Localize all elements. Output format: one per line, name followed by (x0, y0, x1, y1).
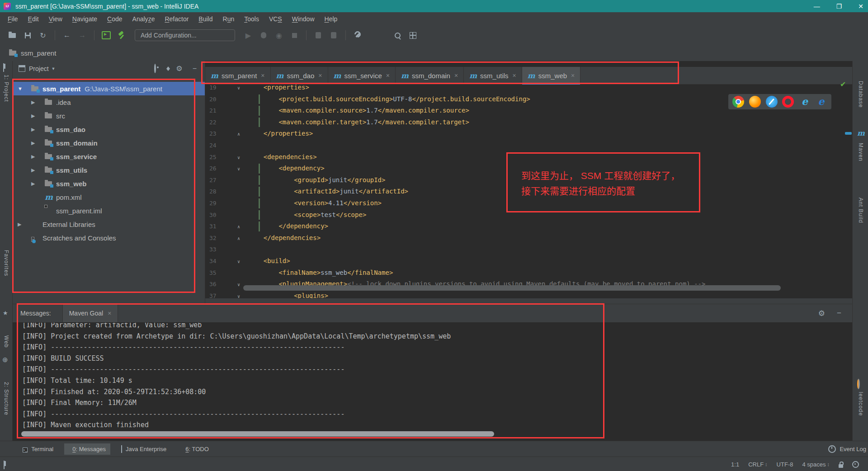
safari-icon[interactable] (766, 96, 778, 108)
sidebar-item-database[interactable]: Database (858, 81, 864, 108)
tree-item-ssm-parent-iml[interactable]: ssm_parent.iml (13, 204, 205, 217)
close-icon[interactable]: × (108, 310, 111, 317)
tree-item-ssm-parent[interactable]: ▼ssm_parentG:\Java-SSM\ssm_parent (13, 82, 205, 95)
run-tool-window-icon[interactable] (100, 29, 112, 41)
gear-icon[interactable]: ⚙ (176, 64, 182, 73)
gear-icon[interactable]: ⚙ (818, 309, 825, 318)
menu-navigate[interactable]: Navigate (67, 15, 102, 23)
tree-item-pom-xml[interactable]: mpom.xml (13, 190, 205, 204)
menu-help[interactable]: Help (320, 15, 343, 23)
close-icon[interactable]: × (318, 72, 322, 79)
hide-panel-icon[interactable]: − (837, 309, 841, 318)
close-icon[interactable]: × (386, 72, 390, 79)
coverage-icon[interactable]: ◉ (273, 29, 285, 41)
forward-icon[interactable]: → (76, 29, 88, 41)
event-log-button[interactable]: Event Log (828, 441, 866, 457)
inspections-ok-icon[interactable]: ✔ (840, 80, 846, 89)
menu-vcs[interactable]: VCS (264, 15, 287, 23)
debug-bug-icon[interactable] (258, 29, 269, 41)
tree-item-idea[interactable]: ▶.idea (13, 95, 205, 109)
fold-marker-icon[interactable]: ∨ (237, 256, 240, 268)
sidebar-item-favorites[interactable]: Favorites (3, 250, 9, 276)
fold-marker-icon[interactable]: ∨ (237, 152, 240, 164)
maximize-button[interactable]: ❐ (836, 3, 842, 10)
stop-icon[interactable] (288, 29, 300, 41)
menu-run[interactable]: Run (218, 15, 240, 23)
opera-icon[interactable] (782, 96, 794, 108)
toolwindow-button-6-todo[interactable]: 6: TODO (177, 443, 213, 455)
fold-marker-icon[interactable]: ∧ (237, 128, 240, 140)
attach-memory-icon[interactable] (312, 29, 324, 41)
status-widget-crlf[interactable]: CRLF↕ (748, 461, 767, 468)
settings-wrench-icon[interactable] (352, 29, 363, 41)
sidebar-item-project[interactable]: 1: Project (3, 75, 9, 102)
status-widget-4-spaces[interactable]: 4 spaces↕ (802, 461, 830, 468)
close-icon[interactable]: × (261, 72, 264, 79)
tree-item-ssm-utils[interactable]: ▶ssm_utils (13, 163, 205, 177)
menu-build[interactable]: Build (193, 15, 217, 23)
fold-marker-icon[interactable]: ∨ (237, 82, 240, 94)
menu-code[interactable]: Code (102, 15, 127, 23)
run-configuration-combo[interactable]: Add Configuration... (135, 29, 235, 41)
toolwindow-button-0-messages[interactable]: 0: Messages (64, 443, 110, 455)
locate-file-icon[interactable] (154, 65, 156, 73)
sidebar-item-leetcode[interactable]: leetcode (858, 392, 864, 416)
tree-item-external-libraries[interactable]: ▶External Libraries (13, 217, 205, 231)
tree-arrow-icon[interactable]: ▶ (31, 181, 45, 187)
messages-horizontal-scrollbar[interactable] (21, 431, 494, 437)
close-button[interactable]: ✕ (858, 3, 863, 10)
menu-view[interactable]: View (44, 15, 67, 23)
tree-arrow-icon[interactable]: ▶ (18, 221, 31, 227)
tree-item-ssm-service[interactable]: ▶ssm_service (13, 150, 205, 163)
unlock-icon[interactable] (839, 461, 843, 468)
tree-arrow-icon[interactable]: ▶ (31, 99, 45, 105)
reader-mode-icon[interactable] (852, 461, 859, 468)
firefox-icon[interactable] (749, 96, 761, 108)
project-panel-title[interactable]: Project (29, 65, 49, 72)
menu-edit[interactable]: Edit (23, 15, 44, 23)
tree-item-ssm-web[interactable]: ▶ssm_web (13, 177, 205, 190)
menu-analyze[interactable]: Analyze (127, 15, 160, 23)
tree-arrow-icon[interactable]: ▼ (18, 86, 31, 91)
sidebar-item-ant-build[interactable]: Ant Build (858, 198, 864, 223)
hide-panel-icon[interactable]: − (193, 65, 197, 73)
sidebar-item-maven[interactable]: Maven (858, 143, 864, 161)
menu-window[interactable]: Window (287, 15, 320, 23)
edge-icon[interactable]: e (816, 96, 827, 108)
internet-explorer-icon[interactable]: e (799, 96, 811, 108)
tree-item-ssm-domain[interactable]: ▶ssm_domain (13, 136, 205, 150)
fold-marker-icon[interactable]: ∧ (237, 221, 240, 233)
run-icon[interactable]: ▶ (242, 29, 254, 41)
open-folder-icon[interactable] (6, 29, 18, 41)
tree-arrow-icon[interactable]: ▶ (31, 167, 45, 173)
tree-item-scratches-and-consoles[interactable]: >Scratches and Consoles (13, 231, 205, 245)
search-everywhere-icon[interactable] (392, 29, 403, 41)
editor-horizontal-scrollbar[interactable] (243, 285, 781, 291)
tree-item-src[interactable]: ▶src (13, 109, 205, 122)
build-hammer-icon[interactable] (116, 29, 127, 41)
menu-tools[interactable]: Tools (239, 15, 264, 23)
back-icon[interactable]: ← (61, 29, 73, 41)
maven-log-output[interactable]: [INFO] Parameter: artifactId, Value: ssm… (13, 323, 852, 441)
menu-refactor[interactable]: Refactor (160, 15, 193, 23)
fold-marker-icon[interactable]: ∨ (237, 291, 240, 298)
fold-marker-icon[interactable]: ∨ (237, 279, 240, 291)
tree-item-ssm-dao[interactable]: ▶ssm_dao (13, 122, 205, 136)
sidebar-item-structure[interactable]: 2: Structure (3, 382, 9, 415)
plugins-icon[interactable] (407, 29, 419, 41)
tree-arrow-icon[interactable]: ▶ (31, 127, 45, 132)
close-icon[interactable]: × (571, 72, 575, 79)
chevron-down-icon[interactable]: ▼ (52, 66, 56, 71)
toggle-tool-buttons-icon[interactable] (4, 461, 5, 469)
tree-arrow-icon[interactable]: ▶ (31, 154, 45, 160)
tree-arrow-icon[interactable]: ▶ (31, 140, 45, 146)
attach-dump-icon[interactable] (328, 29, 340, 41)
menu-file[interactable]: File (3, 15, 23, 23)
save-all-icon[interactable] (22, 29, 33, 41)
minimize-button[interactable]: — (814, 3, 820, 10)
toolwindow-button-java-enterprise[interactable]: Java Enterprise (117, 443, 171, 455)
synchronize-icon[interactable]: ↻ (37, 29, 49, 41)
status-widget-1-1[interactable]: 1:1 (731, 461, 739, 468)
tree-arrow-icon[interactable]: ▶ (31, 113, 45, 119)
fold-marker-icon[interactable]: ∧ (237, 233, 240, 245)
